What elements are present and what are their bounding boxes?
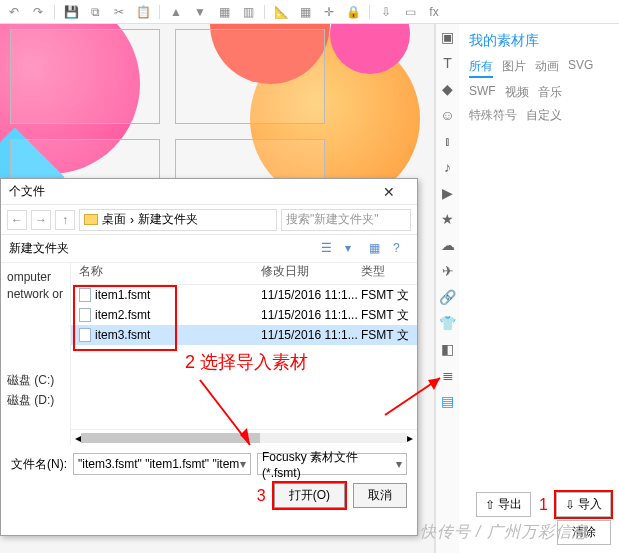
ungroup-icon[interactable]: ▥ xyxy=(240,4,256,20)
text-icon[interactable]: T xyxy=(439,54,457,72)
export-button[interactable]: ⇧导出 xyxy=(476,492,531,517)
view-details-icon[interactable]: ▦ xyxy=(369,241,385,257)
new-folder-button[interactable]: 新建文件夹 xyxy=(9,240,69,257)
view-dropdown-icon[interactable]: ▾ xyxy=(345,241,361,257)
panel-tabs: 所有 图片 动画 SVG SWF 视频 音乐 特殊符号 自定义 xyxy=(469,58,609,124)
redo-icon[interactable]: ↷ xyxy=(30,4,46,20)
tab-music[interactable]: 音乐 xyxy=(538,84,562,101)
side-item[interactable]: omputer xyxy=(7,270,64,284)
tab-svg[interactable]: SVG xyxy=(568,58,593,78)
scroll-right-icon[interactable]: ▸ xyxy=(407,431,413,445)
chevron-down-icon[interactable]: ▾ xyxy=(396,457,402,471)
cube-icon[interactable]: ◧ xyxy=(439,340,457,358)
file-date: 11/15/2016 11:1... xyxy=(261,328,361,342)
bring-forward-icon[interactable]: ▲ xyxy=(168,4,184,20)
help-icon[interactable]: ? xyxy=(393,241,409,257)
side-item[interactable]: 磁盘 (D:) xyxy=(7,392,64,409)
shirt-icon[interactable]: 👕 xyxy=(439,314,457,332)
view-list-icon[interactable]: ☰ xyxy=(321,241,337,257)
star-icon[interactable]: ★ xyxy=(439,210,457,228)
list-header: 名称 修改日期 类型 xyxy=(71,263,417,285)
annotation-arrow-right xyxy=(380,370,460,430)
chart-icon[interactable]: ⫾ xyxy=(439,132,457,150)
tab-special[interactable]: 特殊符号 xyxy=(469,107,517,124)
tab-video[interactable]: 视频 xyxy=(505,84,529,101)
chevron-right-icon: › xyxy=(130,213,134,227)
import-icon: ⇩ xyxy=(565,498,575,512)
crumb-1[interactable]: 桌面 xyxy=(102,211,126,228)
col-name[interactable]: 名称 xyxy=(71,263,261,284)
tab-image[interactable]: 图片 xyxy=(502,58,526,78)
paste-icon[interactable]: 📋 xyxy=(135,4,151,20)
music-icon[interactable]: ♪ xyxy=(439,158,457,176)
tool-strip: ▣ T ◆ ☺ ⫾ ♪ ▶ ★ ☁ ✈ 🔗 👕 ◧ ≣ ▤ xyxy=(435,24,459,553)
copy-icon[interactable]: ⧉ xyxy=(87,4,103,20)
nav-fwd-icon[interactable]: → xyxy=(31,210,51,230)
undo-icon[interactable]: ↶ xyxy=(6,4,22,20)
file-type: FSMT 文 xyxy=(361,327,417,344)
dialog-sidebar: omputer network or 磁盘 (C:) 磁盘 (D:) xyxy=(1,263,71,445)
import-button[interactable]: ⇩导入 xyxy=(556,492,611,517)
annotation-num-3: 3 xyxy=(257,487,266,505)
plane-icon[interactable]: ✈ xyxy=(439,262,457,280)
shape-icon[interactable]: ◆ xyxy=(439,80,457,98)
send-back-icon[interactable]: ▼ xyxy=(192,4,208,20)
side-item[interactable]: 磁盘 (C:) xyxy=(7,372,64,389)
tab-anim[interactable]: 动画 xyxy=(535,58,559,78)
search-placeholder: 搜索"新建文件夹" xyxy=(286,211,379,228)
grid-icon[interactable]: ▦ xyxy=(297,4,313,20)
open-button[interactable]: 打开(O) xyxy=(274,483,345,508)
panel-title: 我的素材库 xyxy=(469,32,609,50)
search-input[interactable]: 搜索"新建文件夹" xyxy=(281,209,411,231)
export-label: 导出 xyxy=(498,496,522,513)
snap-icon[interactable]: ✛ xyxy=(321,4,337,20)
filename-label: 文件名(N): xyxy=(11,456,67,473)
folder-icon xyxy=(84,214,98,225)
image-icon[interactable]: ▣ xyxy=(439,28,457,46)
clear-row: 清除 xyxy=(557,520,611,545)
file-type: FSMT 文 xyxy=(361,307,417,324)
import-label: 导入 xyxy=(578,496,602,513)
tab-swf[interactable]: SWF xyxy=(469,84,496,101)
top-toolbar: ↶ ↷ 💾 ⧉ ✂ 📋 ▲ ▼ ▦ ▥ 📐 ▦ ✛ 🔒 ⇩ ▭ fx xyxy=(0,0,619,24)
svg-marker-1 xyxy=(240,428,250,445)
tab-custom[interactable]: 自定义 xyxy=(526,107,562,124)
material-panel: 我的素材库 所有 图片 动画 SVG SWF 视频 音乐 特殊符号 自定义 xyxy=(459,24,619,553)
dialog-toolbar: 新建文件夹 ☰ ▾ ▦ ? xyxy=(1,235,417,263)
file-date: 11/15/2016 11:1... xyxy=(261,308,361,322)
file-type: FSMT 文 xyxy=(361,287,417,304)
ruler-icon[interactable]: 📐 xyxy=(273,4,289,20)
link-icon[interactable]: 🔗 xyxy=(439,288,457,306)
lock-icon[interactable]: 🔒 xyxy=(345,4,361,20)
fx-icon[interactable]: fx xyxy=(426,4,442,20)
crumb-2[interactable]: 新建文件夹 xyxy=(138,211,198,228)
nav-up-icon[interactable]: ↑ xyxy=(55,210,75,230)
dialog-titlebar: 个文件 ✕ xyxy=(1,179,417,205)
export-icon: ⇧ xyxy=(485,498,495,512)
annotation-num-1: 1 xyxy=(539,496,548,514)
clear-button[interactable]: 清除 xyxy=(557,520,611,545)
col-type[interactable]: 类型 xyxy=(361,263,417,284)
annotation-box-files xyxy=(73,285,177,351)
close-icon[interactable]: ✕ xyxy=(369,184,409,200)
breadcrumb[interactable]: 桌面 › 新建文件夹 xyxy=(79,209,277,231)
cancel-button[interactable]: 取消 xyxy=(353,483,407,508)
col-date[interactable]: 修改日期 xyxy=(261,263,361,284)
dialog-title: 个文件 xyxy=(9,183,369,200)
dialog-nav: ← → ↑ 桌面 › 新建文件夹 搜索"新建文件夹" xyxy=(1,205,417,235)
video-icon[interactable]: ▶ xyxy=(439,184,457,202)
icon-lib-icon[interactable]: ☺ xyxy=(439,106,457,124)
cut-icon[interactable]: ✂ xyxy=(111,4,127,20)
cloud-down-icon[interactable]: ☁ xyxy=(439,236,457,254)
nav-back-icon[interactable]: ← xyxy=(7,210,27,230)
side-item[interactable]: network or xyxy=(7,287,64,301)
tab-all[interactable]: 所有 xyxy=(469,58,493,78)
annotation-arrow-down xyxy=(180,370,280,470)
save-icon[interactable]: 💾 xyxy=(63,4,79,20)
filter-value: Focusky 素材文件(*.fsmt) xyxy=(262,449,396,480)
import-icon[interactable]: ⇩ xyxy=(378,4,394,20)
template-icon[interactable]: ▭ xyxy=(402,4,418,20)
panel-buttons: ⇧导出 1 ⇩导入 xyxy=(476,492,611,517)
file-date: 11/15/2016 11:1... xyxy=(261,288,361,302)
group-icon[interactable]: ▦ xyxy=(216,4,232,20)
